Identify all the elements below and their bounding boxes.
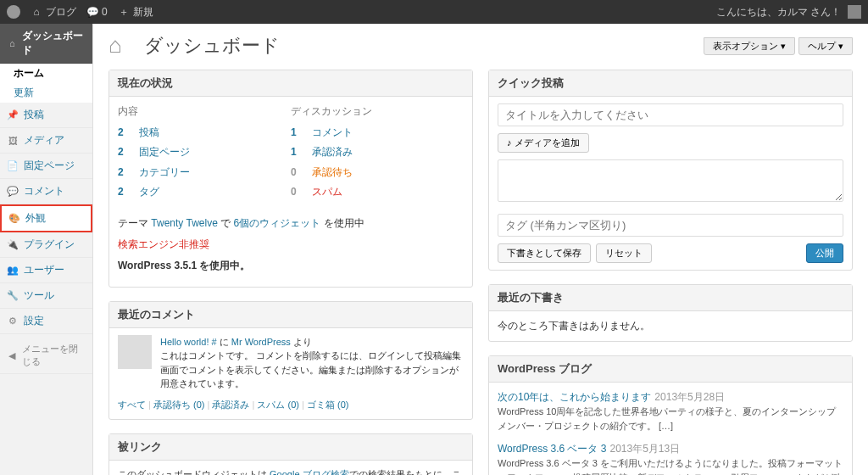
- rn-row: 2 固定ページ1 承認済み: [118, 142, 464, 162]
- settings-icon: ⚙: [7, 316, 19, 327]
- dashboard-icon: ⌂: [7, 38, 17, 48]
- news-date: 2013年5月13日: [609, 443, 680, 455]
- version-text: WordPress 3.5.1 を使用中。: [118, 260, 251, 271]
- collapse-menu[interactable]: ◀メニューを閉じる: [0, 338, 92, 374]
- submenu-updates[interactable]: 更新: [0, 83, 92, 103]
- content-link[interactable]: タグ: [139, 186, 159, 198]
- right-now-title: 現在の状況: [109, 70, 472, 97]
- wp-blog-title: WordPress ブログ: [489, 356, 852, 383]
- count: 2: [118, 184, 136, 200]
- menu-media[interactable]: 🖼メディア: [0, 128, 92, 154]
- reset-button[interactable]: リセット: [596, 243, 652, 263]
- news-date: 2013年5月28日: [654, 391, 725, 403]
- users-icon: 👥: [7, 265, 19, 276]
- count: 2: [118, 125, 136, 141]
- media-icon: 🖼: [7, 136, 19, 146]
- menu-settings[interactable]: ⚙設定: [0, 309, 92, 334]
- recent-drafts-title: 最近の下書き: [489, 285, 852, 311]
- filter-trash[interactable]: ゴミ箱 (0): [307, 400, 349, 410]
- home-icon: ⌂: [31, 6, 42, 18]
- plugin-icon: 🔌: [7, 239, 19, 250]
- discussion-link[interactable]: コメント: [312, 126, 353, 138]
- qp-tags-input[interactable]: [498, 214, 843, 237]
- rn-row: 2 投稿1 コメント: [118, 123, 464, 142]
- recent-comments-widget: 最近のコメント Hello world! # に Mr WordPress より…: [108, 301, 473, 421]
- comment-post-link[interactable]: Hello world! #: [160, 337, 217, 347]
- filter-pending[interactable]: 承認待ち (0): [153, 400, 205, 410]
- appearance-icon: 🎨: [8, 213, 20, 224]
- comment-icon: 💬: [7, 186, 19, 197]
- google-blog-search-link[interactable]: Google ブログ検索: [270, 469, 349, 475]
- comment-author-link[interactable]: Mr WordPress: [231, 337, 291, 347]
- discussion-link[interactable]: スパム: [312, 186, 342, 198]
- menu-dashboard[interactable]: ⌂ダッシュボード: [0, 24, 92, 64]
- drafts-empty: 今のところ下書きはありません。: [489, 311, 852, 341]
- screen-options-toggle[interactable]: 表示オプション ▾: [704, 37, 795, 55]
- menu-pages[interactable]: 📄固定ページ: [0, 154, 92, 179]
- publish-button[interactable]: 公開: [806, 243, 843, 263]
- page-title: ダッシュボード: [144, 33, 280, 59]
- help-toggle[interactable]: ヘルプ ▾: [798, 37, 853, 55]
- pin-icon: 📌: [7, 109, 19, 120]
- quick-press-title: クイック投稿: [489, 70, 852, 97]
- my-account[interactable]: こんにちは、カルマ さん！: [716, 5, 841, 20]
- menu-appearance[interactable]: 🎨外観: [0, 204, 92, 232]
- filter-approved[interactable]: 承認済み: [212, 400, 249, 410]
- content-link[interactable]: 固定ページ: [139, 146, 190, 158]
- save-draft-button[interactable]: 下書きとして保存: [498, 243, 591, 263]
- right-now-widget: 現在の状況 内容 ディスカッション 2 投稿1 コメント2 固定ページ1 承認済…: [108, 70, 473, 288]
- count: 1: [291, 125, 309, 141]
- discussion-link[interactable]: 承認待ち: [312, 166, 353, 178]
- count: 2: [118, 165, 136, 181]
- house-icon: ⌂: [108, 32, 136, 59]
- site-menu[interactable]: ⌂ブログ: [31, 5, 76, 20]
- menu-comments[interactable]: 💬コメント: [0, 179, 92, 204]
- news-link[interactable]: 次の10年は、これから始まります: [498, 391, 651, 403]
- comments-menu[interactable]: 💬0: [86, 6, 108, 18]
- qp-title-input[interactable]: [498, 103, 843, 126]
- comment-excerpt: これはコメントです。 コメントを削除するには、ログインして投稿編集画面でコメント…: [160, 349, 464, 391]
- wp-blog-widget: WordPress ブログ 次の10年は、これから始まります2013年5月28日…: [488, 355, 853, 475]
- media-icon: ♪: [507, 137, 512, 148]
- wordpress-logo-icon: [7, 5, 20, 19]
- tools-icon: 🔧: [7, 290, 19, 301]
- content-heading: 内容: [118, 103, 291, 120]
- wp-logo-menu[interactable]: [7, 5, 20, 19]
- news-excerpt: WordPress 10周年を記念した世界各地パーティの様子と、夏のインターンシ…: [498, 405, 843, 433]
- theme-link[interactable]: Twenty Twelve: [151, 217, 217, 229]
- add-media-button[interactable]: ♪ メディアを追加: [498, 133, 589, 153]
- news-item: 次の10年は、これから始まります2013年5月28日WordPress 10周年…: [498, 389, 843, 433]
- count: 2: [118, 144, 136, 160]
- news-item: WordPress 3.6 ベータ 32013年5月13日WordPress 3…: [498, 441, 843, 475]
- widgets-link[interactable]: 6個のウィジェット: [234, 217, 321, 229]
- filter-all[interactable]: すべて: [118, 400, 146, 410]
- new-content-menu[interactable]: ＋新規: [118, 5, 153, 20]
- admin-sidebar: ⌂ダッシュボード ホーム 更新 📌投稿 🖼メディア 📄固定ページ 💬コメント 🎨…: [0, 24, 93, 475]
- content-link[interactable]: カテゴリー: [139, 166, 190, 178]
- avatar-icon: [848, 5, 861, 19]
- page-icon: 📄: [7, 160, 19, 171]
- recent-drafts-widget: 最近の下書き 今のところ下書きはありません。: [488, 284, 853, 342]
- menu-plugins[interactable]: 🔌プラグイン: [0, 232, 92, 258]
- incoming-links-widget: 被リンク このダッシュボードウィジェットは Google ブログ検索での検索結果…: [108, 433, 473, 475]
- rn-row: 2 タグ0 スパム: [118, 182, 464, 202]
- quick-press-widget: クイック投稿 ♪ メディアを追加 下書きとして保存 リセット 公開: [488, 70, 853, 271]
- news-excerpt: WordPress 3.6 ベータ 3 をご利用いただけるようになりました。投稿…: [498, 456, 843, 475]
- comment-icon: 💬: [86, 6, 98, 18]
- submenu-home[interactable]: ホーム: [0, 64, 92, 83]
- discussion-link[interactable]: 承認済み: [312, 146, 353, 158]
- rn-row: 2 カテゴリー0 承認待ち: [118, 163, 464, 182]
- avatar-small[interactable]: [848, 5, 861, 19]
- recent-comments-title: 最近のコメント: [109, 302, 472, 328]
- count: 0: [291, 184, 309, 200]
- news-link[interactable]: WordPress 3.6 ベータ 3: [498, 443, 606, 455]
- seo-warning[interactable]: 検索エンジン非推奨: [118, 238, 209, 250]
- filter-spam[interactable]: スパム (0): [257, 400, 299, 410]
- menu-posts[interactable]: 📌投稿: [0, 103, 92, 128]
- menu-tools[interactable]: 🔧ツール: [0, 283, 92, 309]
- admin-bar: ⌂ブログ 💬0 ＋新規 こんにちは、カルマ さん！: [0, 0, 868, 24]
- menu-users[interactable]: 👥ユーザー: [0, 258, 92, 283]
- content-link[interactable]: 投稿: [139, 126, 159, 138]
- count: 0: [291, 165, 309, 181]
- qp-content-textarea[interactable]: [498, 159, 843, 202]
